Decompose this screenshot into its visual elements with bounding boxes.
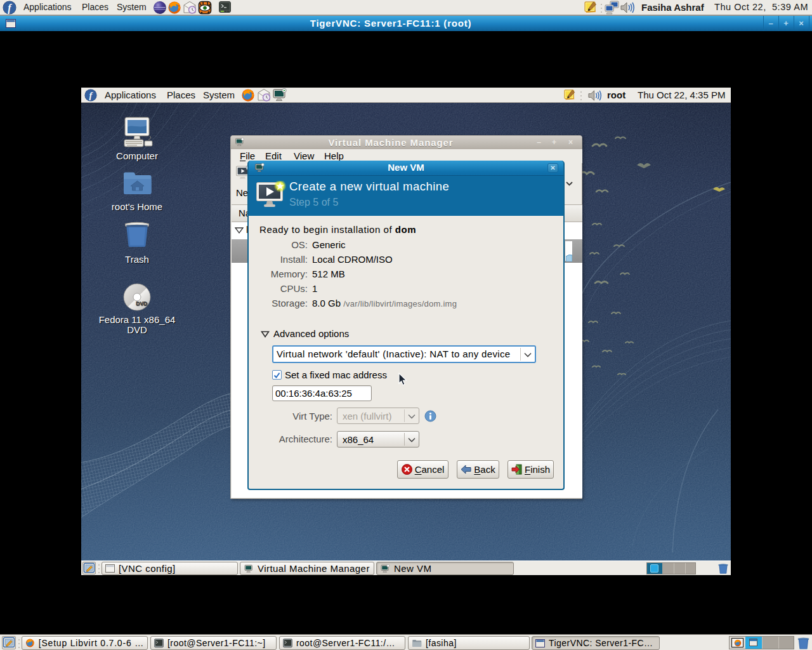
svg-text:DVD: DVD	[136, 300, 147, 307]
